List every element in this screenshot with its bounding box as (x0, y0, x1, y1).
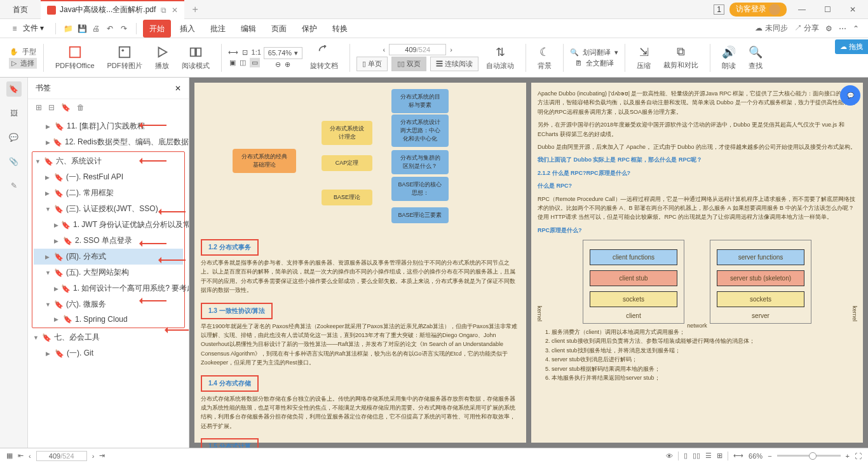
bookmark-item[interactable]: ▼🔖(五). 大型网站架构 (34, 265, 183, 280)
close-panel-icon[interactable]: ✕ (175, 84, 181, 93)
fit-page-icon[interactable]: ⊡ (242, 48, 248, 57)
background-button[interactable]: ☾背景 (532, 43, 557, 73)
pdf-to-image-button[interactable]: PDF转图片 (102, 43, 147, 73)
menu-start[interactable]: 开始 (143, 20, 171, 38)
sb-thumbnails-icon[interactable]: ▦ (6, 452, 13, 460)
sb-view-3-icon[interactable]: ☰ (705, 452, 712, 460)
home-tab[interactable]: 首页 (0, 0, 41, 19)
bookmark-item[interactable]: ▶🔖1. Spring Cloud (34, 312, 183, 326)
menu-protect[interactable]: 保护 (295, 20, 323, 38)
search-button[interactable]: 🔍查找 (743, 43, 768, 73)
login-button[interactable]: 访客登录 (729, 3, 787, 17)
save-icon[interactable]: 💾 (76, 24, 88, 33)
menu-page[interactable]: 页面 (265, 20, 293, 38)
sb-fullscreen-icon[interactable]: ⛶ (855, 452, 862, 460)
hamburger-icon[interactable]: ≡ (9, 24, 20, 33)
settings-icon[interactable]: ⚙ (825, 24, 832, 33)
thumbnail-panel-icon[interactable]: 🖼 (6, 106, 22, 121)
read-mode-button[interactable]: 阅读模式 (177, 43, 215, 73)
more-icon[interactable]: ⋯ (839, 24, 846, 33)
sb-zoom-in-icon[interactable]: + (846, 452, 850, 460)
document-viewport[interactable]: 分布式系统的经典基础理论 分布式系统设计理念 CAP定理 BASE理论 分布式系… (189, 78, 868, 448)
sb-next-page-icon[interactable]: › (92, 452, 95, 460)
next-page-icon[interactable]: › (450, 46, 452, 53)
minimize-icon[interactable]: — (792, 5, 812, 14)
mind-l2-0: 分布式系统的目标与要素 (391, 89, 449, 113)
attachment-panel-icon[interactable]: 📎 (6, 154, 22, 169)
read-aloud-button[interactable]: 🔊朗读 (717, 43, 741, 73)
assistant-icon[interactable]: 💬 (840, 85, 860, 106)
bookmark-item[interactable]: ▶🔖(一). RestFul API (34, 169, 183, 185)
close-icon[interactable]: ✕ (172, 6, 178, 15)
single-page-button[interactable]: ▯ 单页 (356, 57, 388, 71)
bookmark-add-icon[interactable]: 🔖 (61, 103, 71, 112)
cloud-drag-button[interactable]: ☁ 拖拽 (835, 39, 868, 54)
prev-page-icon[interactable]: ‹ (383, 46, 386, 53)
file-menu[interactable]: 文件 ▾ (23, 23, 44, 34)
bookmark-item[interactable]: ▶🔖2. SSO 单点登录 (34, 233, 183, 249)
sb-last-page-icon[interactable]: ⇥ (99, 452, 105, 460)
zoom-in-icon[interactable]: ⊕ (285, 60, 290, 69)
zoom-mode-2-icon[interactable]: ◫ (240, 59, 246, 67)
page-input[interactable]: 409/524 (389, 44, 446, 55)
sb-view-4-icon[interactable]: ⊞ (717, 452, 722, 460)
sb-zoom-out-icon[interactable]: − (768, 452, 771, 460)
sync-status[interactable]: ☁ 未同步 (755, 23, 787, 34)
sb-first-page-icon[interactable]: ⇤ (18, 452, 24, 460)
select-tool[interactable]: ▷选择 (9, 58, 37, 69)
play-button[interactable]: 播放 (150, 43, 174, 73)
bookmark-item[interactable]: ▶🔖1. JWT 身份认证优缺点分析以及常见问题解决方案 (34, 217, 183, 233)
zoom-level[interactable]: 65.74% ▾ (264, 47, 302, 59)
bookmark-item[interactable]: ▶🔖(一). Git (32, 345, 185, 361)
bookmark-item[interactable]: ▶🔖12. Redis数据类型、编码、底层数据结构 (32, 134, 185, 150)
autoscroll-button[interactable]: ⇅自动滚动 (481, 43, 519, 73)
zoom-mode-1-icon[interactable]: ▣ (229, 59, 236, 67)
page-right: 💬 Apache Dubbo (incubating) |'dʌbəʊ| 是一款… (531, 83, 863, 443)
collapse-icon[interactable]: ⌃ (853, 24, 859, 33)
actual-size-icon[interactable]: 1:1 (252, 48, 261, 56)
sb-view-1-icon[interactable]: ▯ (684, 452, 688, 460)
maximize-icon[interactable]: ☐ (817, 5, 837, 14)
fit-width-icon[interactable]: ⟷ (228, 48, 238, 57)
tab-pin-icon[interactable]: ⧉ (161, 6, 166, 15)
close-window-icon[interactable]: ✕ (843, 5, 863, 14)
open-icon[interactable]: 📁 (62, 24, 74, 33)
sb-eye-icon[interactable]: 👁 (666, 452, 673, 460)
sb-view-2-icon[interactable]: ▯▯ (693, 452, 700, 460)
bookmark-del-icon[interactable]: 🗑 (77, 103, 85, 112)
undo-icon[interactable]: ↶ (104, 24, 116, 33)
pdf-to-office-button[interactable]: PDF转Office (50, 43, 100, 73)
full-translate-button[interactable]: 🖹 全文翻译 (575, 59, 614, 68)
rotate-button[interactable]: 旋转文档 (305, 43, 343, 73)
select-translate-button[interactable]: 🔍 划词翻译 ▾ (570, 48, 618, 57)
redo-icon[interactable]: ↷ (118, 24, 130, 33)
menu-edit[interactable]: 编辑 (234, 20, 262, 38)
menu-annotate[interactable]: 批注 (204, 20, 232, 38)
crop-compare-button[interactable]: ⧉裁剪和对比 (658, 43, 703, 73)
share-button[interactable]: ↗ 分享 (794, 23, 819, 34)
zoom-out-icon[interactable]: ⊖ (275, 60, 281, 69)
hand-tool[interactable]: ✋手型 (10, 47, 36, 57)
sb-page-input[interactable]: 409/524 (36, 451, 87, 461)
menu-convert[interactable]: 转换 (326, 20, 354, 38)
bookmark-item[interactable]: ▶🔖(二). 常用框架 (34, 185, 183, 201)
compress-button[interactable]: ⇲压缩 (632, 43, 656, 73)
expand-all-icon[interactable]: ⊞ (36, 103, 42, 112)
sb-zoom-slider[interactable] (777, 455, 841, 457)
signature-panel-icon[interactable]: ✎ (6, 178, 22, 193)
sb-fit-icon[interactable]: ⟷ (733, 452, 743, 460)
menu-insert[interactable]: 插入 (173, 20, 201, 38)
sb-prev-page-icon[interactable]: ‹ (29, 452, 31, 460)
continuous-button[interactable]: ☰ 连续阅读 (430, 57, 478, 71)
file-tab[interactable]: Java中高级核...全面解析.pdf ⧉ ✕ (41, 0, 184, 19)
collapse-all-icon[interactable]: ⊟ (48, 103, 55, 112)
bookmark-panel-icon[interactable]: 🔖 (6, 81, 22, 97)
print-icon[interactable]: 🖨 (90, 24, 102, 33)
bookmark-item[interactable]: ▶🔖1. 如何设计一个高可用系统? 要考虑哪些地方? (34, 280, 183, 296)
comment-panel-icon[interactable]: 💬 (6, 130, 22, 145)
zoom-mode-3-icon[interactable]: ▭ (250, 58, 260, 67)
bookmark-item[interactable]: ▶🔖11. [集群]入门实践教程 (32, 118, 185, 134)
new-tab-button[interactable]: + (184, 4, 205, 15)
bookmark-item[interactable]: ▼🔖(六). 微服务 (34, 296, 183, 312)
double-page-button[interactable]: ▯▯ 双页 (391, 57, 426, 71)
